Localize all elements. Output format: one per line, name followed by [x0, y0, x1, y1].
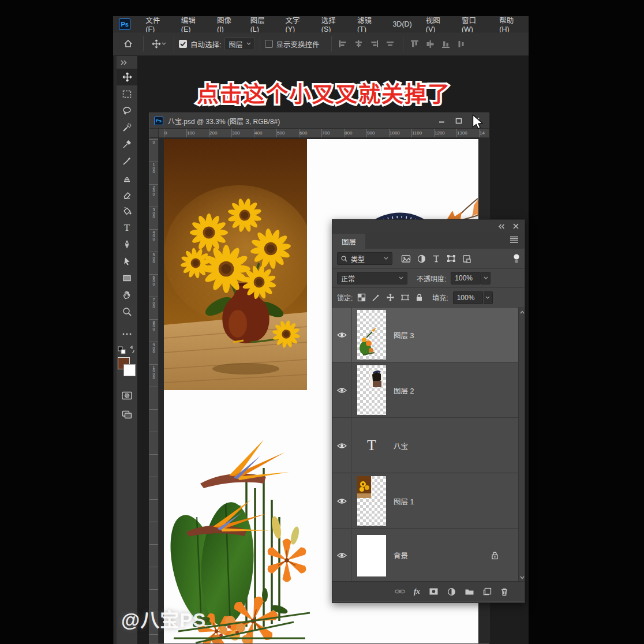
lock-position-icon[interactable] — [386, 293, 395, 302]
horizontal-ruler[interactable]: 0 100 200 300 400 500 600 700 800 900 10… — [159, 129, 489, 138]
color-swatches[interactable] — [117, 357, 137, 381]
eyedropper-tool[interactable] — [117, 136, 137, 152]
menu-file[interactable]: 文件(F) — [138, 16, 174, 32]
visibility-toggle[interactable] — [332, 474, 352, 528]
menu-select[interactable]: 选择(S) — [314, 16, 350, 32]
layer-thumbnail[interactable] — [357, 476, 386, 526]
visibility-toggle[interactable] — [332, 418, 352, 473]
text-layer-thumbnail[interactable]: T — [357, 421, 386, 470]
layer-name[interactable]: 图层 2 — [394, 385, 414, 396]
close-panel-icon[interactable] — [513, 223, 519, 229]
brush-tool[interactable] — [117, 152, 137, 169]
fill-field[interactable]: 100% — [453, 291, 483, 304]
menu-type[interactable]: 文字(Y) — [279, 16, 314, 32]
align-right-icon[interactable] — [370, 40, 379, 48]
clone-stamp-tool[interactable] — [117, 169, 137, 186]
menu-help[interactable]: 帮助(H) — [492, 16, 529, 32]
filter-pixel-layers-icon[interactable] — [401, 254, 411, 263]
layer-style-fx-icon[interactable]: fx — [414, 587, 420, 596]
filter-type-layers-icon[interactable] — [432, 254, 440, 263]
layer-row-text-babao[interactable]: T 八宝 — [332, 418, 519, 473]
align-middle-icon[interactable] — [426, 40, 435, 48]
show-transform-checkbox[interactable] — [265, 40, 273, 48]
eraser-tool[interactable] — [117, 186, 137, 203]
auto-select-dropdown[interactable]: 图层 — [224, 38, 254, 50]
filter-adjustment-layers-icon[interactable] — [417, 254, 426, 263]
menu-window[interactable]: 窗口(W) — [455, 16, 492, 32]
filter-smart-objects-icon[interactable] — [462, 254, 471, 263]
link-layers-icon[interactable] — [395, 589, 405, 594]
layer-thumbnail[interactable] — [357, 365, 386, 415]
layer-thumbnail[interactable] — [357, 310, 386, 360]
more-tools-button[interactable] — [117, 325, 137, 342]
quick-mask-button[interactable] — [117, 387, 137, 404]
hand-tool[interactable] — [117, 286, 137, 303]
align-top-icon[interactable] — [410, 40, 419, 48]
layer-thumbnail[interactable] — [357, 535, 386, 576]
new-layer-icon[interactable] — [483, 587, 492, 596]
menu-image[interactable]: 图像(I) — [210, 16, 244, 32]
auto-select-checkbox[interactable] — [179, 40, 187, 48]
lasso-tool[interactable] — [117, 102, 137, 119]
layer-row-background[interactable]: 背景 — [332, 529, 519, 582]
align-bottom-icon[interactable] — [441, 40, 450, 48]
filter-type-dropdown[interactable]: 类型 — [337, 252, 392, 265]
screen-mode-button[interactable] — [117, 406, 137, 423]
tab-layers[interactable]: 图层 — [332, 234, 365, 249]
layer-list-scrollbar[interactable] — [518, 308, 525, 582]
scroll-down-arrow[interactable] — [519, 574, 525, 581]
move-tool[interactable] — [117, 69, 137, 85]
new-adjustment-layer-icon[interactable] — [447, 587, 456, 596]
minimize-button[interactable] — [437, 117, 446, 125]
menu-edit[interactable]: 编辑(E) — [174, 16, 210, 32]
layer-row-layer2[interactable]: 图层 2 — [332, 363, 519, 418]
move-tool-preset[interactable] — [148, 36, 169, 53]
toolbar-collapse-button[interactable] — [117, 56, 137, 69]
menu-layer[interactable]: 图层(L) — [244, 16, 279, 32]
scroll-up-arrow[interactable] — [519, 309, 525, 316]
opacity-dropdown-button[interactable] — [481, 272, 491, 284]
layer-name[interactable]: 图层 1 — [394, 496, 414, 507]
collapse-panel-icon[interactable] — [498, 224, 505, 229]
layer-row-layer1[interactable]: 图层 1 — [332, 474, 519, 529]
zoom-tool[interactable] — [117, 303, 137, 320]
pen-tool[interactable] — [117, 236, 137, 253]
filter-toggle-pin-icon[interactable] — [513, 254, 520, 264]
object-selection-tool[interactable] — [117, 119, 137, 136]
marquee-tool[interactable] — [117, 85, 137, 102]
lock-transparent-pixels-icon[interactable] — [357, 293, 366, 302]
opacity-field[interactable]: 100% — [451, 272, 481, 284]
layer-name[interactable]: 背景 — [394, 550, 408, 561]
align-center-horizontal-icon[interactable] — [354, 40, 363, 48]
panel-menu-button[interactable] — [510, 235, 525, 249]
fill-dropdown-button[interactable] — [484, 291, 493, 304]
menu-3d[interactable]: 3D(D) — [385, 16, 418, 32]
new-group-folder-icon[interactable] — [465, 587, 474, 596]
lock-artboard-icon[interactable] — [400, 293, 410, 302]
menu-filter[interactable]: 滤镜(T) — [350, 16, 386, 32]
layer-row-layer3[interactable]: 图层 3 — [332, 308, 519, 362]
distribute-vertical-icon[interactable] — [457, 40, 465, 48]
maximize-button[interactable] — [454, 117, 463, 125]
lock-all-icon[interactable] — [415, 293, 423, 302]
visibility-toggle[interactable] — [332, 363, 352, 417]
swap-colors-button[interactable] — [117, 346, 137, 355]
document-titlebar[interactable]: Ps 八宝.psd @ 33.3% (图层 3, RGB/8#) — [149, 113, 489, 129]
layer-name[interactable]: 八宝 — [394, 440, 408, 451]
paint-bucket-tool[interactable] — [117, 203, 137, 219]
filter-shape-layers-icon[interactable] — [447, 254, 456, 263]
distribute-horizontal-icon[interactable] — [385, 40, 395, 48]
vertical-ruler[interactable]: 0 100 200 300 400 500 600 700 800 900 10… — [149, 138, 159, 643]
layer-name[interactable]: 图层 3 — [394, 330, 414, 340]
home-button[interactable] — [118, 36, 138, 53]
lock-image-pixels-icon[interactable] — [372, 293, 380, 302]
align-left-icon[interactable] — [339, 40, 347, 48]
background-color-swatch[interactable] — [123, 364, 136, 376]
ruler-corner[interactable] — [149, 129, 159, 138]
visibility-toggle[interactable] — [332, 529, 352, 582]
menu-view[interactable]: 视图(V) — [419, 16, 455, 32]
rectangle-tool[interactable] — [117, 269, 137, 286]
add-layer-mask-icon[interactable] — [429, 587, 439, 596]
type-tool[interactable]: T — [117, 219, 137, 236]
blend-mode-dropdown[interactable]: 正常 — [337, 272, 407, 284]
